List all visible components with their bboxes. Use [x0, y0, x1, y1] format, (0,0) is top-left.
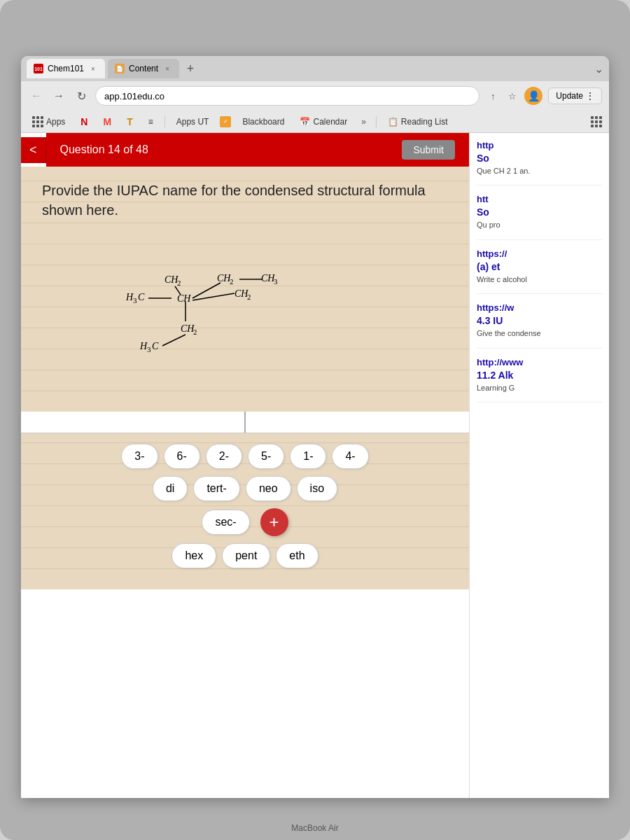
sidebar-title-1[interactable]: htt — [477, 194, 602, 204]
tile-3-label: 3- — [134, 450, 144, 462]
more-bookmarks[interactable]: » — [361, 117, 366, 127]
sidebar-heading-0[interactable]: So — [477, 153, 602, 164]
tab-bar: 101 Chem101 × 📄 Content × + — [21, 56, 609, 81]
tile-hex[interactable]: hex — [172, 543, 216, 568]
separator-line — [244, 412, 246, 433]
sidebar-heading-3[interactable]: 4.3 IU — [477, 315, 602, 326]
bookmark-reading-list[interactable]: 📋 Reading List — [384, 115, 452, 128]
answer-section: 3- 6- 2- 5- 1- — [21, 433, 469, 589]
tab-chem101-close[interactable]: × — [88, 64, 98, 74]
tab-chem101[interactable]: 101 Chem101 × — [27, 59, 105, 78]
tile-sec[interactable]: sec- — [202, 510, 249, 535]
bookmark-apps-ut[interactable]: Apps UT — [172, 115, 214, 128]
profile-button[interactable]: 👤 — [524, 87, 542, 105]
svg-text:3: 3 — [274, 277, 278, 286]
bookmark-blackboard[interactable]: Blackboard — [238, 115, 288, 128]
tile-di-label: di — [166, 482, 174, 494]
update-button[interactable]: Update ⋮ — [548, 88, 602, 104]
sidebar-entry-3: https://w 4.3 IU Give the condense — [477, 302, 602, 348]
svg-text:CH: CH — [177, 293, 191, 304]
tile-hex-label: hex — [185, 550, 203, 561]
sidebar-title-4[interactable]: http://www — [477, 357, 602, 368]
apps-grid-icon — [32, 116, 43, 127]
bookmarks-bar: Apps N M T ≡ Apps UT — [21, 111, 609, 133]
tile-5[interactable]: 5- — [248, 444, 284, 469]
tab-content-close[interactable]: × — [162, 64, 172, 74]
tile-6[interactable]: 6- — [164, 444, 200, 469]
sidebar-panel: http So Que CH 2 1 an. htt So Qu pro — [469, 133, 609, 798]
laptop-frame: 101 Chem101 × 📄 Content × + — [0, 0, 630, 840]
blackboard-label: Blackboard — [242, 117, 284, 127]
browser-window: 101 Chem101 × 📄 Content × + — [21, 56, 609, 798]
bookmark-t[interactable]: T — [122, 115, 137, 129]
tile-4[interactable]: 4- — [332, 444, 368, 469]
sidebar-url-0: http — [477, 140, 494, 150]
chem-structure-svg: H 3 C CH 2 CH — [105, 234, 385, 388]
tile-row-chains: hex pent eth — [42, 543, 448, 568]
bookmark-menu[interactable]: ≡ — [144, 115, 158, 128]
update-label: Update — [556, 91, 583, 101]
tile-eth[interactable]: eth — [276, 543, 318, 568]
address-bar: ← → ↻ ↑ ☆ 👤 Update — [21, 81, 609, 111]
main-content: < Question 14 of 48 Submit Provide the I… — [21, 133, 469, 798]
tile-eth-label: eth — [289, 550, 304, 561]
tile-1[interactable]: 1- — [290, 444, 326, 469]
new-tab-button[interactable]: + — [182, 60, 199, 77]
forward-button[interactable]: → — [50, 88, 67, 104]
tile-3[interactable]: 3- — [121, 444, 158, 469]
bookmark-apps[interactable]: Apps — [28, 115, 69, 129]
sidebar-snippet-2: Write c alcohol — [477, 274, 602, 285]
back-button[interactable]: ← — [28, 88, 45, 104]
t-icon: T — [127, 116, 133, 127]
tab-content[interactable]: 📄 Content × — [108, 59, 179, 78]
add-button[interactable]: + — [260, 508, 288, 536]
blackboard-icon: ✓ — [220, 116, 231, 127]
sidebar-heading-2[interactable]: (a) et — [477, 261, 602, 272]
tile-1-label: 1- — [303, 450, 313, 462]
tile-row-sec-inner: sec- — [202, 510, 249, 535]
share-button[interactable]: ↑ — [485, 88, 500, 104]
back-chevron-icon: < — [29, 143, 37, 157]
tile-2[interactable]: 2- — [206, 444, 242, 469]
tile-iso-label: iso — [310, 482, 324, 494]
sidebar-snippet-4: Learning G — [477, 383, 602, 393]
forward-arrow-icon: → — [53, 90, 64, 102]
close-icon: × — [91, 65, 95, 73]
bookmark-calendar[interactable]: 📅 Calendar — [295, 115, 351, 128]
question-body: Provide the IUPAC name for the condensed… — [21, 167, 469, 412]
close-tab-icon: × — [165, 65, 169, 73]
sidebar-url-4: http://www — [477, 357, 523, 368]
content-area: < Question 14 of 48 Submit Provide the I… — [21, 133, 609, 798]
sidebar-title-3[interactable]: https://w — [477, 302, 602, 313]
sidebar-url-1: htt — [477, 194, 489, 204]
sidebar-heading-1[interactable]: So — [477, 206, 602, 218]
star-button[interactable]: ☆ — [505, 88, 520, 104]
tile-tert[interactable]: tert- — [193, 476, 239, 501]
tile-2-label: 2- — [219, 450, 229, 462]
tile-pent[interactable]: pent — [222, 543, 270, 568]
minimize-icon[interactable]: ⌄ — [594, 62, 603, 76]
extensions-button[interactable] — [591, 116, 602, 127]
chem-diagram: H 3 C CH 2 CH — [105, 234, 385, 391]
bookmark-gmail[interactable]: M — [99, 115, 115, 129]
sidebar-heading-4[interactable]: 11.2 Alk — [477, 370, 602, 381]
toolbar-icons: ↑ ☆ 👤 — [485, 87, 542, 105]
url-input[interactable] — [95, 86, 479, 106]
sidebar-title-0[interactable]: http — [477, 140, 602, 150]
sidebar-title-2[interactable]: https:// — [477, 248, 602, 259]
sidebar-entry-4: http://www 11.2 Alk Learning G — [477, 357, 602, 402]
refresh-button[interactable]: ↻ — [73, 88, 90, 104]
tile-neo[interactable]: neo — [246, 476, 291, 501]
bookmark-netflix[interactable]: N — [76, 115, 92, 129]
update-more-icon: ⋮ — [586, 91, 594, 101]
submit-button[interactable]: Submit — [402, 140, 455, 160]
question-header-row: < Question 14 of 48 Submit — [21, 133, 469, 167]
reading-list-label: Reading List — [401, 117, 448, 127]
content-favicon: 📄 — [115, 64, 125, 74]
tile-iso[interactable]: iso — [297, 476, 337, 501]
back-arrow-button[interactable]: < — [21, 137, 46, 163]
profile-icon: 👤 — [528, 90, 540, 102]
svg-text:3: 3 — [147, 345, 151, 354]
sidebar-url-2: https:// — [477, 248, 507, 259]
tile-di[interactable]: di — [153, 476, 188, 501]
